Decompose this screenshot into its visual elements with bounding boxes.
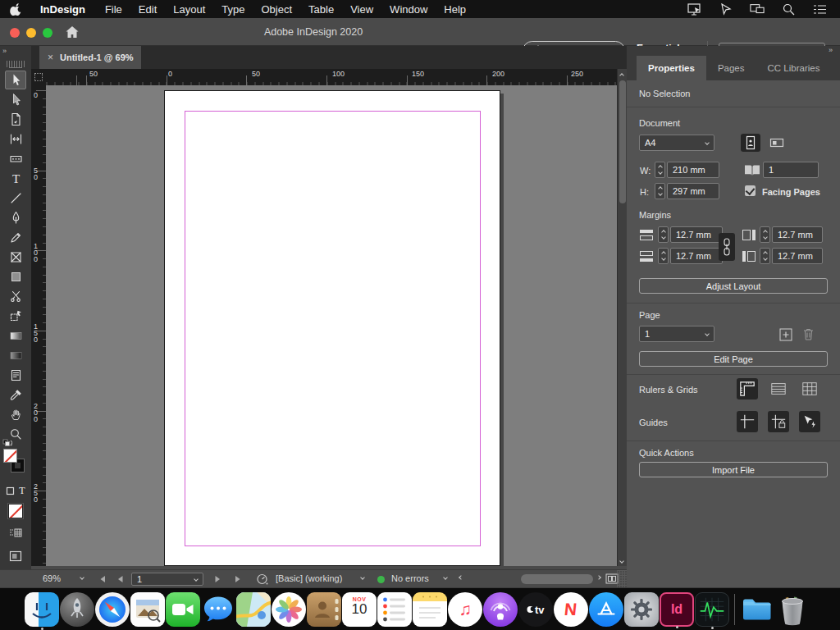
bottom-margin-field[interactable]: 12.7 mm	[670, 248, 723, 264]
scissors-tool[interactable]	[5, 287, 26, 306]
first-page-icon[interactable]	[97, 575, 106, 583]
horizontal-ruler[interactable]: 50050100150200250	[46, 69, 617, 85]
eyedropper-tool[interactable]	[5, 386, 26, 404]
menu-object[interactable]: Object	[253, 3, 301, 16]
note-tool[interactable]	[5, 366, 26, 385]
direct-selection-tool[interactable]	[5, 90, 26, 109]
page-size-select[interactable]: A4	[639, 135, 714, 151]
swap-fill-stroke-icon[interactable]	[2, 439, 13, 448]
zoom-level-dropdown-icon[interactable]	[80, 575, 84, 580]
dock-icon-notes[interactable]	[413, 592, 447, 627]
pen-tool[interactable]	[5, 208, 26, 227]
show-rulers-button[interactable]	[737, 378, 758, 399]
close-window-button[interactable]	[10, 28, 20, 38]
smart-guides-button[interactable]	[799, 411, 820, 432]
menu-app-name[interactable]: InDesign	[34, 3, 92, 16]
landscape-orientation-button[interactable]	[767, 134, 787, 152]
document-page[interactable]	[164, 90, 500, 566]
height-field[interactable]: 297 mm	[667, 183, 719, 199]
scroll-down-icon[interactable]	[619, 559, 624, 564]
resize-grip[interactable]	[617, 570, 627, 587]
dock-icon-trash[interactable]	[775, 592, 810, 627]
tab-cc-libraries[interactable]: CC Libraries	[756, 56, 832, 80]
tab-properties[interactable]: Properties	[637, 56, 706, 80]
vertical-ruler[interactable]: 05 01 0 01 5 02 0 02 5 0	[31, 85, 46, 566]
edit-page-button[interactable]: Edit Page	[639, 351, 828, 367]
preflight-gauge-icon[interactable]	[256, 573, 269, 586]
zoom-level-value[interactable]: 69%	[43, 573, 61, 583]
zoom-window-button[interactable]	[43, 28, 52, 38]
dock-icon-music[interactable]: ♫	[448, 592, 482, 627]
preflight-dropdown-icon[interactable]	[360, 575, 365, 580]
scroll-left-icon[interactable]	[459, 575, 463, 580]
screen-share-icon[interactable]	[687, 2, 702, 16]
collapse-panel-icon[interactable]: »	[2, 47, 6, 55]
adjust-layout-button[interactable]: Adjust Layout	[639, 278, 828, 294]
dock-icon-safari[interactable]	[95, 592, 130, 627]
dock-icon-app-store[interactable]	[589, 592, 623, 627]
tools-panel-header[interactable]: »	[0, 46, 31, 59]
minimize-window-button[interactable]	[26, 28, 36, 38]
pointer-share-icon[interactable]	[719, 2, 733, 16]
baseline-grid-button[interactable]	[768, 378, 789, 399]
previous-page-icon[interactable]	[116, 575, 123, 583]
width-field[interactable]: 210 mm	[667, 162, 719, 178]
lock-guides-button[interactable]	[768, 411, 789, 432]
menu-file[interactable]: File	[97, 3, 130, 16]
gap-tool[interactable]	[5, 130, 26, 148]
scroll-right-icon[interactable]	[596, 575, 601, 580]
scrollbar-thumb[interactable]	[521, 574, 593, 584]
gradient-feather-tool[interactable]	[5, 346, 26, 365]
facing-pages-checkbox[interactable]	[745, 185, 756, 196]
page-number-field[interactable]: 1	[131, 573, 203, 586]
menu-table[interactable]: Table	[300, 3, 342, 16]
rectangle-tool[interactable]	[5, 267, 26, 286]
pasteboard[interactable]	[46, 85, 617, 566]
menu-type[interactable]: Type	[213, 3, 253, 16]
apple-logo-icon[interactable]	[10, 2, 22, 16]
spotlight-search-icon[interactable]	[781, 2, 796, 16]
formatting-affects-text-icon[interactable]: T	[19, 485, 25, 497]
horizontal-scrollbar[interactable]	[472, 574, 593, 584]
pencil-tool[interactable]	[5, 228, 26, 247]
menu-window[interactable]: Window	[381, 3, 436, 16]
height-stepper[interactable]	[655, 183, 665, 199]
dock-icon-indesign[interactable]: Id	[660, 592, 694, 627]
scrollbar-thumb[interactable]	[619, 80, 626, 203]
import-file-button[interactable]: Import File	[639, 462, 828, 477]
page-tool[interactable]	[5, 110, 26, 129]
view-options-button[interactable]	[6, 525, 25, 541]
apply-none-button[interactable]	[8, 504, 23, 518]
notification-list-icon[interactable]	[812, 2, 827, 16]
width-stepper[interactable]	[655, 162, 665, 178]
dock-icon-activity-monitor[interactable]	[695, 592, 729, 627]
gradient-swatch-tool[interactable]	[5, 326, 26, 345]
errors-dropdown-icon[interactable]	[443, 575, 448, 580]
outside-margin-field[interactable]: 12.7 mm	[772, 248, 823, 264]
free-transform-tool[interactable]	[5, 307, 26, 326]
add-page-icon[interactable]	[779, 328, 792, 341]
menu-help[interactable]: Help	[436, 3, 474, 16]
show-guides-button[interactable]	[737, 411, 758, 432]
top-margin-field[interactable]: 12.7 mm	[670, 226, 723, 243]
pages-count-field[interactable]: 1	[763, 162, 819, 178]
document-tab[interactable]: × Untitled-1 @ 69%	[39, 46, 141, 69]
collapse-panel-icon[interactable]: »	[829, 46, 832, 54]
vertical-scrollbar[interactable]	[617, 69, 627, 566]
formatting-affects-container-icon[interactable]	[6, 486, 15, 495]
type-tool[interactable]: T	[5, 169, 26, 188]
close-tab-icon[interactable]: ×	[48, 52, 53, 63]
dock-icon-podcasts[interactable]	[483, 592, 518, 627]
outside-margin-stepper[interactable]	[760, 248, 770, 264]
displays-icon[interactable]	[750, 2, 765, 16]
current-page-select[interactable]: 1	[639, 326, 714, 342]
line-tool[interactable]	[5, 189, 26, 208]
hand-tool[interactable]	[5, 405, 26, 424]
dock-icon-maps[interactable]	[236, 592, 271, 627]
portrait-orientation-button[interactable]	[741, 134, 760, 152]
dock-icon-messages[interactable]	[201, 592, 235, 627]
dock-icon-photos[interactable]	[272, 592, 306, 627]
document-grid-button[interactable]	[799, 378, 820, 399]
link-margins-button[interactable]	[719, 233, 735, 261]
next-page-icon[interactable]	[215, 575, 221, 583]
